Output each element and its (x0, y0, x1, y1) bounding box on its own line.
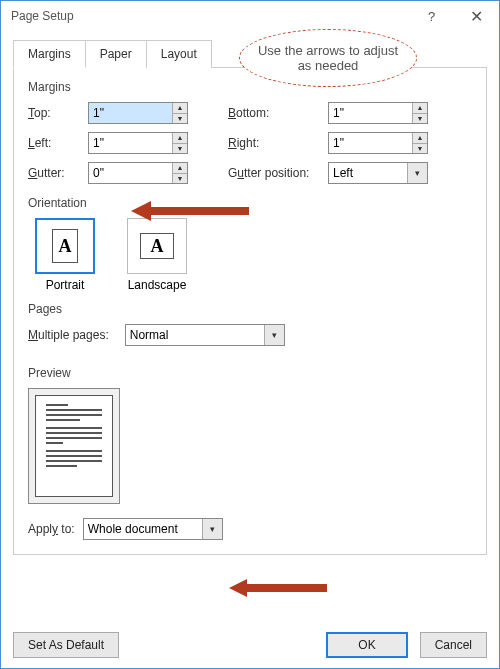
bottom-spin-down[interactable]: ▼ (413, 114, 427, 124)
svg-marker-0 (131, 201, 249, 221)
top-spin-down[interactable]: ▼ (173, 114, 187, 124)
landscape-label: Landscape (120, 278, 194, 292)
annotation-arrow-icon (131, 199, 251, 223)
orientation-landscape[interactable]: A Landscape (120, 218, 194, 292)
gutter-input[interactable] (89, 163, 172, 183)
tab-layout[interactable]: Layout (147, 40, 212, 68)
left-input[interactable] (89, 133, 172, 153)
bottom-spin-up[interactable]: ▲ (413, 103, 427, 114)
top-spinner[interactable]: ▲ ▼ (88, 102, 188, 124)
titlebar: Page Setup ? ✕ (1, 1, 499, 31)
portrait-icon-box: A (35, 218, 95, 274)
gutter-pos-value: Left (329, 163, 407, 183)
multiple-pages-label: Multiple pages: (28, 328, 109, 342)
right-spin-down[interactable]: ▼ (413, 144, 427, 154)
annotation-arrow-icon (229, 577, 329, 599)
pages-group-label: Pages (28, 302, 472, 316)
top-input[interactable] (89, 103, 172, 123)
gutter-spin-down[interactable]: ▼ (173, 174, 187, 184)
top-spin-up[interactable]: ▲ (173, 103, 187, 114)
preview-page-icon (35, 395, 113, 497)
apply-to-value: Whole document (84, 519, 202, 539)
chevron-down-icon: ▾ (264, 325, 284, 345)
top-label: Top: (28, 106, 88, 120)
apply-to-select[interactable]: Whole document ▾ (83, 518, 223, 540)
ok-button[interactable]: OK (326, 632, 407, 658)
multiple-pages-row: Multiple pages: Normal ▾ (28, 324, 472, 346)
gutter-pos-label: Gutter position: (228, 166, 328, 180)
left-spin-up[interactable]: ▲ (173, 133, 187, 144)
bottom-label: Bottom: (228, 106, 328, 120)
bottom-input[interactable] (329, 103, 412, 123)
gutter-label: Gutter: (28, 166, 88, 180)
dialog-footer: Set As Default OK Cancel (13, 632, 487, 658)
close-icon: ✕ (470, 7, 483, 26)
portrait-page-icon: A (52, 229, 78, 263)
chevron-down-icon: ▾ (407, 163, 427, 183)
set-as-default-button[interactable]: Set As Default (13, 632, 119, 658)
left-label: Left: (28, 136, 88, 150)
cancel-button[interactable]: Cancel (420, 632, 487, 658)
tab-margins[interactable]: Margins (13, 40, 86, 68)
chevron-down-icon: ▾ (202, 519, 222, 539)
help-button[interactable]: ? (409, 1, 454, 31)
margins-grid: Top: ▲ ▼ Bottom: ▲ ▼ Lef (28, 102, 472, 184)
orientation-group: A Portrait A Landscape (28, 218, 472, 292)
page-setup-dialog: Page Setup ? ✕ Margins Paper Layout Marg… (0, 0, 500, 669)
right-spinner[interactable]: ▲ ▼ (328, 132, 428, 154)
tab-panel-margins: Margins Top: ▲ ▼ Bottom: ▲ ▼ (13, 68, 487, 555)
gutter-pos-select[interactable]: Left ▾ (328, 162, 428, 184)
tab-paper[interactable]: Paper (86, 40, 147, 68)
titlebar-buttons: ? ✕ (409, 1, 499, 31)
multiple-pages-value: Normal (126, 325, 264, 345)
gutter-spin-up[interactable]: ▲ (173, 163, 187, 174)
apply-to-row: Apply to: Whole document ▾ (28, 518, 472, 540)
left-spinner[interactable]: ▲ ▼ (88, 132, 188, 154)
annotation-callout: Use the arrows to adjust as needed (239, 29, 417, 87)
close-button[interactable]: ✕ (454, 1, 499, 31)
landscape-icon-box: A (127, 218, 187, 274)
bottom-spinner[interactable]: ▲ ▼ (328, 102, 428, 124)
multiple-pages-select[interactable]: Normal ▾ (125, 324, 285, 346)
left-spin-down[interactable]: ▼ (173, 144, 187, 154)
right-input[interactable] (329, 133, 412, 153)
margins-group-label: Margins (28, 80, 472, 94)
annotation-text: Use the arrows to adjust as needed (252, 43, 404, 73)
gutter-spinner[interactable]: ▲ ▼ (88, 162, 188, 184)
landscape-page-icon: A (140, 233, 174, 259)
preview-group-label: Preview (28, 366, 472, 380)
apply-to-label: Apply to: (28, 522, 75, 536)
portrait-label: Portrait (28, 278, 102, 292)
right-spin-up[interactable]: ▲ (413, 133, 427, 144)
svg-marker-1 (229, 579, 327, 597)
preview-box (28, 388, 120, 504)
window-title: Page Setup (11, 9, 74, 23)
orientation-portrait[interactable]: A Portrait (28, 218, 102, 292)
right-label: Right: (228, 136, 328, 150)
